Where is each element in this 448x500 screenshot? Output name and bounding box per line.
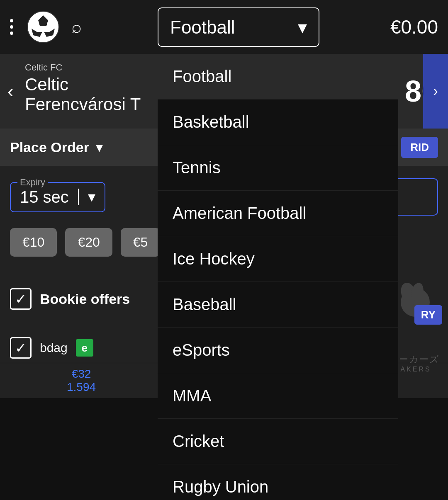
selected-sport-label: Football	[170, 17, 235, 38]
dropdown-item-rugby-union[interactable]: Rugby Union	[158, 464, 398, 500]
expiry-chevron-icon: ▾	[88, 188, 95, 206]
dropdown-item-cricket[interactable]: Cricket	[158, 419, 398, 464]
menu-button[interactable]	[10, 19, 13, 35]
back-arrow-icon[interactable]: ‹	[7, 81, 14, 102]
odds-col-1: €32 1.594	[10, 367, 153, 394]
sport-dropdown-menu: Football Basketball Tennis American Foot…	[158, 54, 398, 500]
odds-price-1: €32	[10, 367, 153, 381]
bdag-label: bdag	[40, 341, 68, 355]
place-order-button[interactable]: Place Order ▾	[10, 139, 103, 155]
search-icon[interactable]: ⌕	[71, 17, 82, 37]
expiry-selector[interactable]: Expiry 15 sec ▾	[10, 182, 105, 212]
bdag-checkbox[interactable]: ✓	[10, 337, 32, 359]
dropdown-item-tennis[interactable]: Tennis	[158, 145, 398, 191]
expiry-label: Expiry	[17, 177, 48, 188]
ry-badge: RY	[414, 305, 442, 325]
grid-button[interactable]: RID	[401, 137, 438, 158]
balance-display: €0.00	[390, 16, 438, 38]
chevron-down-icon: ▾	[298, 17, 307, 38]
quick-bet-5[interactable]: €5	[121, 228, 161, 257]
quick-bet-10[interactable]: €10	[10, 228, 57, 257]
dropdown-item-basketball[interactable]: Basketball	[158, 100, 398, 145]
quick-bet-20[interactable]: €20	[65, 228, 112, 257]
dropdown-item-esports[interactable]: eSports	[158, 328, 398, 373]
dropdown-item-baseball[interactable]: Baseball	[158, 282, 398, 328]
dropdown-item-mma[interactable]: MMA	[158, 373, 398, 419]
bookie-offers-label: Bookie offers	[40, 291, 130, 307]
expiry-divider	[78, 189, 79, 205]
dropdown-item-football[interactable]: Football	[158, 54, 398, 100]
checkmark2-icon: ✓	[15, 340, 27, 356]
dropdown-item-ice-hockey[interactable]: Ice Hockey	[158, 236, 398, 282]
place-order-chevron-icon: ▾	[96, 139, 103, 155]
header: ⌕ Football ▾ €0.00	[0, 0, 448, 54]
green-e-badge: e	[76, 339, 93, 357]
place-order-label: Place Order	[10, 139, 89, 155]
bookie-offers-checkbox[interactable]: ✓	[10, 288, 32, 310]
odds-val-1: 1.594	[10, 381, 153, 394]
chevron-right-icon: ›	[433, 83, 438, 100]
checkmark-icon: ✓	[15, 291, 27, 307]
sport-dropdown-trigger[interactable]: Football ▾	[158, 7, 319, 47]
next-match-button[interactable]: ›	[423, 54, 448, 129]
dropdown-item-american-football[interactable]: American Football	[158, 191, 398, 236]
soccer-ball-icon	[27, 10, 60, 44]
header-left: ⌕	[10, 10, 82, 44]
expiry-value: 15 sec	[20, 188, 69, 206]
